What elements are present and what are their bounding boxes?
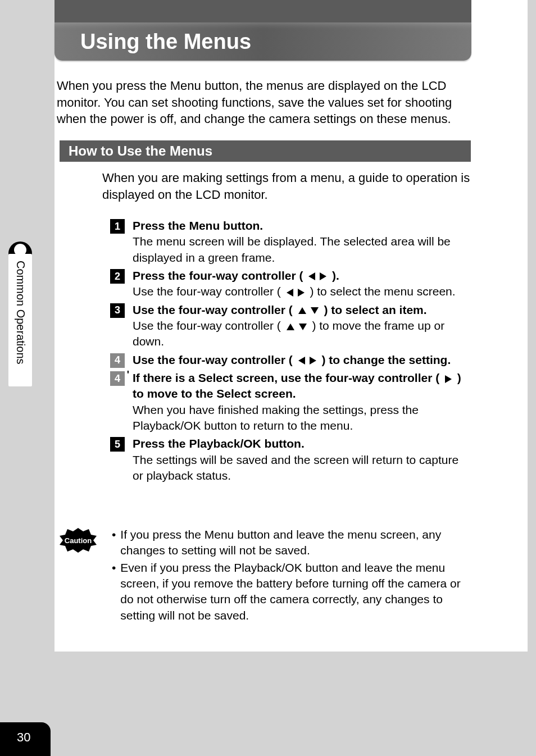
caution-icon: Caution (54, 527, 102, 625)
down-arrow-icon (299, 324, 307, 330)
step-title: Use the four-way controller ( ) to selec… (133, 302, 469, 318)
step-description: When you have finished making the settin… (133, 402, 469, 434)
right-arrow-icon (445, 375, 452, 383)
step-number: 2 (110, 269, 125, 284)
caution-text: Even if you press the Playback/OK button… (120, 560, 466, 623)
caution-item: •If you press the Menu button and leave … (112, 527, 466, 559)
side-tab-dot (14, 244, 26, 256)
right-arrow-icon (310, 357, 316, 365)
bullet-icon: • (112, 560, 116, 623)
up-arrow-icon (287, 324, 294, 330)
step-item: 2Press the four-way controller ( ).Use t… (110, 268, 469, 300)
step-item: 4Use the four-way controller ( ) to chan… (110, 352, 469, 368)
section-bar: How to Use the Menus (60, 140, 471, 162)
step-title: Use the four-way controller ( ) to chang… (133, 352, 451, 368)
caution-list: •If you press the Menu button and leave … (112, 527, 466, 625)
step-body: Press the Playback/OK button.The setting… (133, 436, 469, 484)
step-number: 4' (110, 371, 125, 386)
step-body: If there is a Select screen, use the fou… (133, 370, 469, 434)
page-number: 30 (17, 730, 30, 745)
up-arrow-icon (298, 307, 306, 314)
step-prime-mark: ' (127, 369, 129, 381)
step-body: Press the Menu button.The menu screen wi… (133, 218, 469, 266)
step-description: The settings will be saved and the scree… (133, 452, 469, 484)
step-description: Use the four-way controller ( ) to selec… (133, 284, 456, 299)
step-number: 4 (110, 353, 125, 368)
step-item: 1Press the Menu button.The menu screen w… (110, 218, 469, 266)
bullet-icon: • (112, 527, 116, 559)
step-title: If there is a Select screen, use the fou… (133, 370, 469, 402)
steps-list: 1Press the Menu button.The menu screen w… (110, 218, 469, 486)
intro-paragraph: When you press the Menu button, the menu… (54, 78, 471, 127)
title-bar: Using the Menus (54, 22, 471, 61)
side-tab-label: Common Operations (12, 261, 28, 384)
step-item: 5Press the Playback/OK button.The settin… (110, 436, 469, 484)
down-arrow-icon (311, 307, 319, 314)
step-body: Press the four-way controller ( ).Use th… (133, 268, 456, 300)
step-title: Press the four-way controller ( ). (133, 268, 456, 284)
left-arrow-icon (298, 357, 305, 365)
header-stub (54, 0, 471, 22)
step-title: Press the Menu button. (133, 218, 469, 234)
caution-block: Caution •If you press the Menu button an… (54, 527, 471, 625)
step-number: 5 (110, 437, 125, 452)
step-description: Use the four-way controller ( ) to move … (133, 318, 469, 350)
caution-label: Caution (65, 536, 92, 545)
step-body: Use the four-way controller ( ) to selec… (133, 302, 469, 350)
caution-text: If you press the Menu button and leave t… (120, 527, 466, 559)
section-title: How to Use the Menus (69, 143, 212, 159)
left-arrow-icon (287, 289, 293, 297)
step-body: Use the four-way controller ( ) to chang… (133, 352, 451, 368)
step-item: 4'If there is a Select screen, use the f… (110, 370, 469, 434)
step-description: The menu screen will be displayed. The s… (133, 234, 469, 266)
step-item: 3Use the four-way controller ( ) to sele… (110, 302, 469, 350)
caution-item: •Even if you press the Playback/OK butto… (112, 560, 466, 623)
page-title: Using the Menus (80, 30, 251, 54)
right-arrow-icon (298, 289, 305, 297)
section-intro: When you are making settings from a menu… (102, 170, 471, 203)
step-title: Press the Playback/OK button. (133, 436, 469, 452)
step-number: 1 (110, 219, 125, 234)
step-number: 3 (110, 303, 125, 318)
right-arrow-icon (320, 272, 326, 280)
left-arrow-icon (308, 272, 315, 280)
